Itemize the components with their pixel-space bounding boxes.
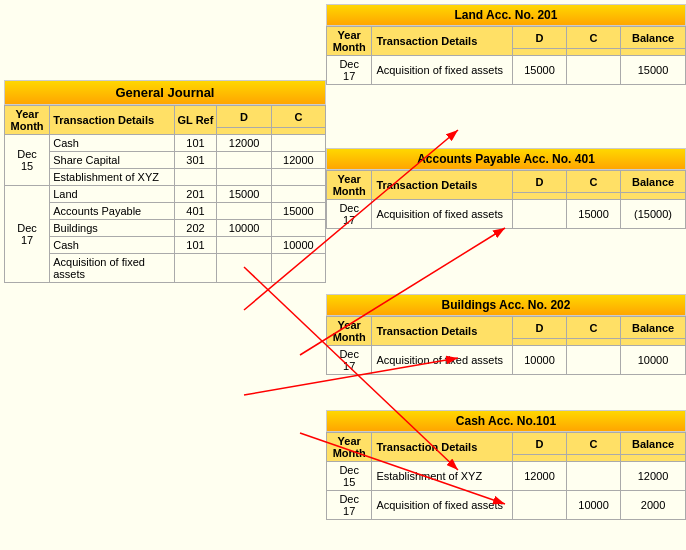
cash-ledger-table: YearMonth Transaction Details D C Balanc…: [326, 432, 686, 520]
general-journal-title: General Journal: [4, 80, 326, 105]
gj-header-d: D: [217, 106, 271, 128]
land-ledger-title: Land Acc. No. 201: [326, 4, 686, 26]
table-row: Cash 101 10000: [5, 237, 326, 254]
gj-header-c: C: [271, 106, 325, 128]
general-journal-table: YearMonth Transaction Details GL Ref D C…: [4, 105, 326, 283]
row-details: Share Capital: [50, 152, 174, 169]
table-row: Dec15 Establishment of XYZ 12000 12000: [327, 462, 686, 491]
general-journal: General Journal YearMonth Transaction De…: [4, 80, 326, 283]
table-row: Dec17 Acquisition of fixed assets 15000 …: [327, 200, 686, 229]
row-details: Accounts Payable: [50, 203, 174, 220]
ap-ledger: Accounts Payable Acc. No. 401 YearMonth …: [326, 148, 686, 229]
row-details: Establishment of XYZ: [50, 169, 174, 186]
row-details: Land: [50, 186, 174, 203]
cash-ledger: Cash Acc. No.101 YearMonth Transaction D…: [326, 410, 686, 520]
table-row: Dec17 Land 201 15000: [5, 186, 326, 203]
table-row: Accounts Payable 401 15000: [5, 203, 326, 220]
table-row: Dec17 Acquisition of fixed assets 10000 …: [327, 491, 686, 520]
table-row: Dec17 Acquisition of fixed assets 15000 …: [327, 56, 686, 85]
cash-ledger-title: Cash Acc. No.101: [326, 410, 686, 432]
table-row: Buildings 202 10000: [5, 220, 326, 237]
row-details: Cash: [50, 135, 174, 152]
gj-header-yearmonth: YearMonth: [5, 106, 50, 135]
ap-ledger-title: Accounts Payable Acc. No. 401: [326, 148, 686, 170]
buildings-ledger-table: YearMonth Transaction Details D C Balanc…: [326, 316, 686, 375]
table-row: Dec15 Cash 101 12000: [5, 135, 326, 152]
row-details: Cash: [50, 237, 174, 254]
ap-ledger-table: YearMonth Transaction Details D C Balanc…: [326, 170, 686, 229]
table-row: Dec17 Acquisition of fixed assets 10000 …: [327, 346, 686, 375]
gj-header-details: Transaction Details: [50, 106, 174, 135]
dec17-yearmonth: Dec17: [5, 186, 50, 283]
buildings-ledger: Buildings Acc. No. 202 YearMonth Transac…: [326, 294, 686, 375]
buildings-ledger-title: Buildings Acc. No. 202: [326, 294, 686, 316]
land-ledger-table: YearMonth Transaction Details D C Balanc…: [326, 26, 686, 85]
gj-header-gl: GL Ref: [174, 106, 217, 135]
gj-header-row: YearMonth Transaction Details GL Ref D C: [5, 106, 326, 128]
row-details: Acquisition of fixed assets: [50, 254, 174, 283]
table-row: Acquisition of fixed assets: [5, 254, 326, 283]
dec15-yearmonth: Dec15: [5, 135, 50, 186]
table-row: Establishment of XYZ: [5, 169, 326, 186]
land-ledger: Land Acc. No. 201 YearMonth Transaction …: [326, 4, 686, 85]
table-row: Share Capital 301 12000: [5, 152, 326, 169]
row-details: Buildings: [50, 220, 174, 237]
